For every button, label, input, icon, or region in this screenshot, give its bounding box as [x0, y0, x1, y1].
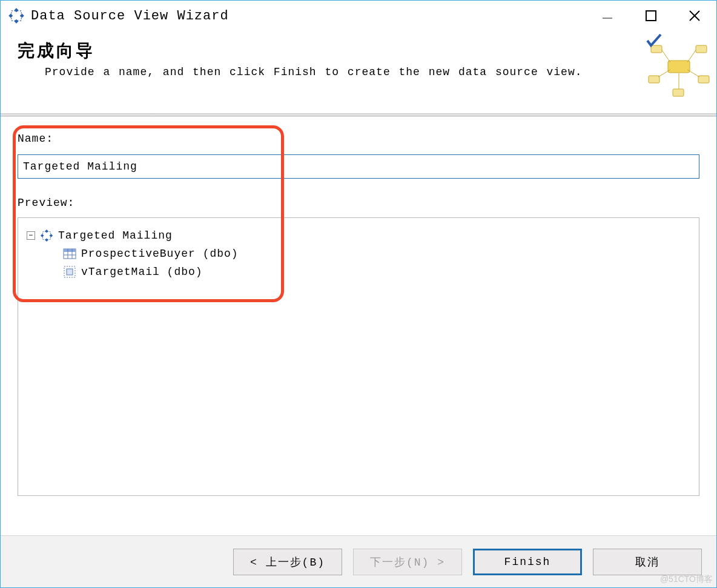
window-controls: [586, 1, 716, 31]
next-button: 下一步(N) >: [353, 549, 462, 575]
preview-tree: − Targeted Mailing: [18, 217, 699, 496]
dsv-icon: [40, 229, 53, 242]
svg-rect-32: [67, 269, 73, 275]
watermark: @51CTO博客: [660, 574, 713, 585]
cancel-button[interactable]: 取消: [593, 549, 702, 575]
wizard-step-subtitle: Provide a name, and then click Finish to…: [45, 66, 702, 78]
finish-button[interactable]: Finish: [473, 549, 582, 575]
maximize-button[interactable]: [629, 1, 673, 31]
close-button[interactable]: [673, 1, 716, 31]
header-separator: [1, 113, 716, 117]
table-icon: [63, 247, 76, 260]
svg-rect-13: [649, 76, 659, 83]
wizard-content: Name: Preview: − Targeted Mailing: [1, 118, 716, 533]
svg-rect-14: [698, 76, 709, 83]
wizard-footer: < 上一步(B) 下一步(N) > Finish 取消: [1, 535, 716, 587]
svg-rect-15: [673, 89, 684, 96]
svg-rect-21: [43, 232, 51, 240]
view-icon: [63, 265, 76, 279]
tree-root-label: Targeted Mailing: [58, 230, 173, 242]
wizard-header: 完成向导 Provide a name, and then click Fini…: [1, 31, 716, 113]
svg-rect-10: [668, 61, 690, 73]
tree-item-row[interactable]: ProspectiveBuyer (dbo): [63, 245, 690, 263]
tree-item-label: ProspectiveBuyer (dbo): [81, 248, 239, 260]
wizard-header-graphic: [645, 33, 713, 101]
svg-rect-6: [646, 11, 656, 21]
window-title: Data Source View Wizard: [31, 8, 586, 24]
svg-rect-0: [12, 11, 21, 21]
name-label: Name:: [18, 133, 699, 145]
dsv-app-icon: [8, 7, 25, 24]
back-button[interactable]: < 上一步(B): [233, 549, 342, 575]
minimize-button[interactable]: [586, 1, 629, 31]
svg-rect-27: [64, 249, 76, 252]
tree-item-label: vTargetMail (dbo): [81, 266, 203, 278]
wizard-step-title: 完成向导: [18, 39, 702, 62]
tree-item-row[interactable]: vTargetMail (dbo): [63, 263, 690, 281]
preview-label: Preview:: [18, 197, 699, 209]
titlebar: Data Source View Wizard: [1, 1, 716, 31]
tree-root-row[interactable]: − Targeted Mailing: [27, 226, 690, 245]
svg-rect-12: [696, 45, 707, 53]
name-input[interactable]: [18, 154, 699, 179]
svg-rect-11: [651, 45, 662, 53]
collapse-icon[interactable]: −: [27, 231, 35, 240]
